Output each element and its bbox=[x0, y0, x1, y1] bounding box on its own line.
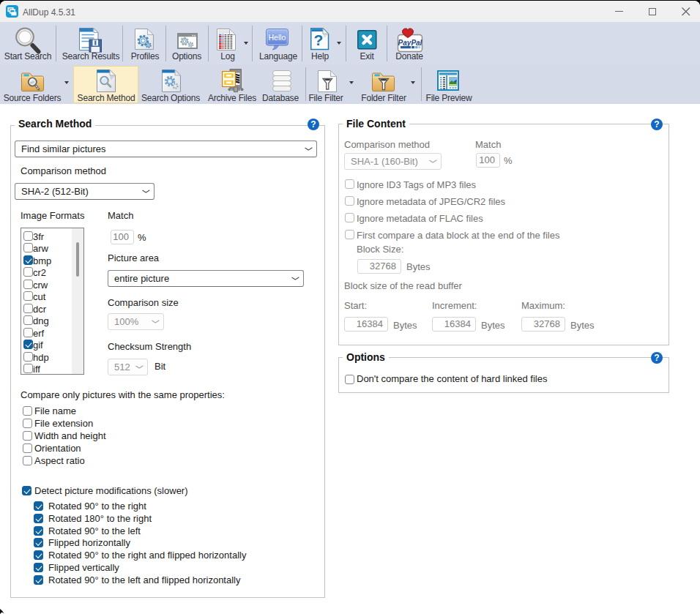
svg-text:?: ? bbox=[314, 31, 324, 48]
svg-text:Hello: Hello bbox=[269, 33, 286, 42]
svg-text:PayPal: PayPal bbox=[398, 39, 422, 47]
